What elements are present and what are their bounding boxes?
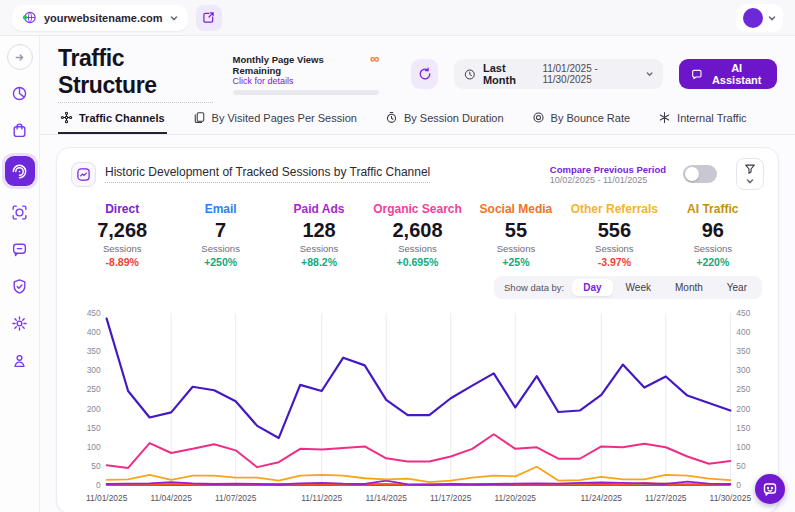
chat-widget-button[interactable] xyxy=(755,474,785,504)
granularity-option-week[interactable]: Week xyxy=(615,279,662,296)
card-title: Historic Development of Tracked Sessions… xyxy=(105,165,430,183)
chat-bubble-icon[interactable] xyxy=(6,235,34,263)
channel-sessions-unit: Sessions xyxy=(171,243,269,254)
shopping-bag-icon[interactable] xyxy=(6,116,34,144)
series-direct xyxy=(107,319,731,438)
period-range: 11/01/2025 - 11/30/2025 xyxy=(542,63,638,85)
series-organic-search xyxy=(107,434,731,468)
quota-details-link[interactable]: Click for details xyxy=(233,76,370,86)
channel-stat-social-media[interactable]: Social Media55Sessions+25% xyxy=(467,202,565,268)
chat-robot-icon xyxy=(762,481,778,497)
period-label: Last Month xyxy=(483,62,535,86)
channel-delta: +0.695% xyxy=(368,256,466,268)
svg-text:100: 100 xyxy=(736,442,750,452)
granularity-option-year[interactable]: Year xyxy=(716,279,758,296)
channel-stat-ai-traffic[interactable]: AI Traffic96Sessions+220% xyxy=(664,202,762,268)
channel-sessions-value: 7,268 xyxy=(73,219,171,242)
clock-icon xyxy=(464,68,476,81)
svg-text:11/14/2025: 11/14/2025 xyxy=(366,493,408,503)
svg-text:200: 200 xyxy=(87,404,101,414)
channel-stat-other-referrals[interactable]: Other Referrals556Sessions-3.97% xyxy=(565,202,663,268)
gear-icon[interactable] xyxy=(6,309,34,337)
funnel-icon xyxy=(744,163,756,175)
sessions-line-chart: 11/01/202511/04/202511/07/202511/11/2025… xyxy=(71,305,764,507)
svg-text:150: 150 xyxy=(87,423,101,433)
svg-text:350: 350 xyxy=(87,346,101,356)
channel-stat-organic-search[interactable]: Organic Search2,608Sessions+0.695% xyxy=(368,202,466,268)
user-menu[interactable] xyxy=(736,4,783,32)
granularity-label: Show data by: xyxy=(504,282,564,293)
svg-text:50: 50 xyxy=(91,461,101,471)
svg-text:0: 0 xyxy=(96,480,101,490)
tab-by-visited-pages-per-session[interactable]: By Visited Pages Per Session xyxy=(191,107,359,134)
granularity-switch: Show data by: DayWeekMonthYear xyxy=(494,276,762,299)
svg-text:300: 300 xyxy=(736,365,750,375)
compare-toggle[interactable] xyxy=(683,165,717,183)
ai-assistant-button[interactable]: AI Assistant xyxy=(679,59,777,89)
svg-text:11/24/2025: 11/24/2025 xyxy=(581,493,623,503)
svg-text:11/01/2025: 11/01/2025 xyxy=(86,493,128,503)
svg-text:150: 150 xyxy=(736,423,750,433)
quota-progress-bar xyxy=(233,90,380,95)
channel-sessions-value: 128 xyxy=(270,219,368,242)
granularity-option-day[interactable]: Day xyxy=(572,279,612,296)
target-scan-icon[interactable] xyxy=(6,198,34,226)
channel-sessions-value: 55 xyxy=(467,219,565,242)
hub-icon xyxy=(60,111,73,124)
svg-text:250: 250 xyxy=(87,384,101,394)
channel-stat-direct[interactable]: Direct7,268Sessions-8.89% xyxy=(73,202,171,268)
open-site-button[interactable] xyxy=(196,5,222,31)
sidebar-item-active[interactable] xyxy=(2,153,38,189)
channel-sessions-unit: Sessions xyxy=(467,243,565,254)
tab-by-session-duration[interactable]: By Session Duration xyxy=(383,107,506,134)
page-views-quota: Monthly Page Views Remaining Click for d… xyxy=(233,54,380,95)
svg-text:250: 250 xyxy=(736,384,750,394)
date-range-picker[interactable]: Last Month 11/01/2025 - 11/30/2025 xyxy=(454,59,662,89)
site-selector[interactable]: yourwebsitename.com xyxy=(12,5,188,31)
shield-check-icon[interactable] xyxy=(6,272,34,300)
svg-text:11/30/2025: 11/30/2025 xyxy=(710,493,752,503)
page-title: Traffic Structure xyxy=(58,45,213,103)
svg-text:300: 300 xyxy=(87,365,101,375)
channel-name: AI Traffic xyxy=(664,202,762,216)
tab-internal-traffic[interactable]: Internal Traffic xyxy=(656,107,749,134)
refresh-button[interactable] xyxy=(411,59,438,89)
person-pin-icon[interactable] xyxy=(6,346,34,374)
chevron-down-icon xyxy=(746,177,754,185)
svg-text:11/20/2025: 11/20/2025 xyxy=(495,493,537,503)
tab-by-bounce-rate[interactable]: By Bounce Rate xyxy=(530,107,633,134)
svg-text:450: 450 xyxy=(736,308,750,318)
channel-sessions-unit: Sessions xyxy=(270,243,368,254)
svg-text:450: 450 xyxy=(87,308,101,318)
channel-sessions-value: 2,608 xyxy=(368,219,466,242)
channel-stat-email[interactable]: Email7Sessions+250% xyxy=(171,202,269,268)
channel-sessions-unit: Sessions xyxy=(368,243,466,254)
asterisk-icon xyxy=(658,111,671,124)
page-header: Traffic Structure Monthly Page Views Rem… xyxy=(40,36,795,107)
topbar: yourwebsitename.com xyxy=(0,0,795,36)
sidebar xyxy=(0,36,40,512)
channel-delta: +220% xyxy=(664,256,762,268)
timer-icon xyxy=(385,111,398,124)
granularity-option-month[interactable]: Month xyxy=(664,279,714,296)
compare-label: Compare Previous Period xyxy=(550,164,666,175)
channel-name: Direct xyxy=(73,202,171,216)
channel-stat-paid-ads[interactable]: Paid Ads128Sessions+88.2% xyxy=(270,202,368,268)
compare-range: 10/02/2025 - 11/01/2025 xyxy=(550,175,666,185)
channel-name: Email xyxy=(171,202,269,216)
filter-button[interactable] xyxy=(736,158,764,190)
svg-text:11/17/2025: 11/17/2025 xyxy=(430,493,472,503)
collapse-icon[interactable] xyxy=(7,44,33,70)
channel-name: Other Referrals xyxy=(565,202,663,216)
globe-icon xyxy=(22,10,37,25)
refresh-icon xyxy=(418,67,432,81)
channel-sessions-value: 7 xyxy=(171,219,269,242)
channel-stats: Direct7,268Sessions-8.89%Email7Sessions+… xyxy=(71,190,764,272)
channel-delta: +250% xyxy=(171,256,269,268)
tab-traffic-channels[interactable]: Traffic Channels xyxy=(58,107,167,134)
channel-delta: +25% xyxy=(467,256,565,268)
pie-chart-icon[interactable] xyxy=(6,79,34,107)
chevron-down-icon xyxy=(768,14,776,22)
site-name: yourwebsitename.com xyxy=(44,12,163,24)
svg-text:400: 400 xyxy=(87,327,101,337)
